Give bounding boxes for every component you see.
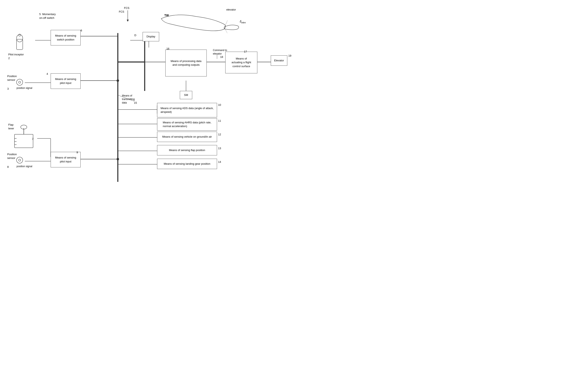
pilot-input-top-box: Means of sensing pilot input (51, 73, 80, 89)
num7: 7 (32, 138, 34, 140)
pilot-input-bot-box: Means of sensing pilot input (51, 152, 80, 168)
num10: 10 (218, 103, 221, 106)
svg-rect-36 (14, 134, 33, 148)
svg-point-7 (116, 79, 119, 82)
flap-box: Means of sensing flap position (157, 145, 217, 156)
position-sensor-bot-label: Positionsensor (7, 152, 17, 160)
num12: 12 (218, 133, 221, 136)
num18: 18 (220, 56, 223, 58)
ads-box: Means of sensing ADS data (angle of atta… (157, 103, 217, 117)
num19: 19 (288, 54, 291, 57)
num16: 16 (166, 47, 169, 50)
momentary-label: 5 Momentary on-off switch (39, 12, 56, 20)
num3: 3 (7, 87, 9, 90)
actuating-box: Means of actuating a flight control surf… (225, 52, 257, 73)
diagram: FCS FCS 5 Momentary on-off switch Pilot … (0, 0, 294, 196)
transmitting-label: Means oftransmittingdata (122, 94, 135, 104)
diagram-lines (0, 0, 294, 196)
svg-marker-2 (127, 20, 129, 22)
switch-sensing-box: Means of sensing switch position (51, 30, 80, 46)
delta-elev: δelev (240, 20, 246, 24)
flap-lever-icon (12, 124, 37, 149)
pilot-inceptor-label: Pilot inceptor2 (8, 53, 24, 60)
landing-gear-box: Means of sensing landing gear position (157, 159, 217, 169)
elevator-label: elevator (226, 8, 236, 12)
position-sensor-top-label: Positionsensor (7, 74, 17, 82)
position-signal-bot: position signal (16, 165, 32, 168)
fcs-label: FCS (124, 6, 130, 10)
processing-box: Means of processing data and computing o… (165, 50, 207, 76)
sm-box: SM (180, 91, 192, 99)
elevator-box: Elevator (271, 56, 287, 66)
num17: 17 (244, 50, 247, 53)
svg-point-35 (18, 81, 21, 83)
svg-point-32 (16, 34, 23, 42)
svg-point-18 (116, 158, 119, 160)
num14: 14 (218, 160, 221, 164)
num9: 9 (76, 151, 78, 154)
tw-label: TW (164, 14, 169, 18)
svg-point-42 (16, 157, 23, 163)
flap-lever-label: Flaplever (8, 123, 14, 130)
num4: 4 (46, 72, 48, 76)
num15: 15 (134, 101, 137, 104)
svg-line-29 (224, 21, 227, 28)
num8: 8 (7, 165, 9, 168)
fcs-title: FCS (119, 10, 124, 14)
vehicle-box: Means of sensing vehicle on ground/in ai… (157, 132, 217, 142)
ahrs-box: Means of sensing AHRS data (pitch rate, … (157, 118, 217, 130)
svg-point-43 (18, 159, 21, 161)
num13: 13 (218, 147, 221, 150)
pilot-inceptor-icon (11, 27, 28, 52)
display-box: Display (142, 32, 159, 41)
d-label: D (134, 34, 136, 37)
svg-line-30 (224, 28, 227, 33)
position-signal-top: position signal (16, 86, 32, 90)
svg-point-34 (16, 79, 23, 85)
command-elevator-label: Command toelevator (213, 48, 227, 56)
num6: 6 (80, 29, 82, 32)
num11: 11 (218, 119, 221, 122)
